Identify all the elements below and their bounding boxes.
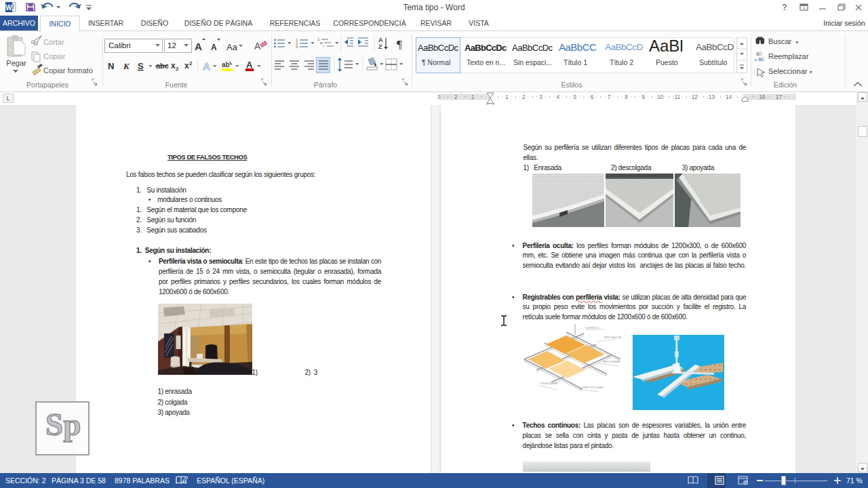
svg-text:3: 3 bbox=[437, 94, 441, 100]
svg-text:2: 2 bbox=[522, 94, 526, 100]
svg-text:13: 13 bbox=[709, 94, 715, 100]
svg-text:12: 12 bbox=[692, 94, 698, 100]
svg-text:1: 1 bbox=[505, 94, 509, 100]
svg-text:SUSPENSION: SUSPENSION bbox=[585, 327, 599, 329]
svg-text:11: 11 bbox=[675, 94, 681, 100]
svg-text:6: 6 bbox=[591, 94, 594, 100]
svg-text:17: 17 bbox=[776, 94, 783, 100]
svg-text:14: 14 bbox=[726, 94, 732, 100]
svg-text:5: 5 bbox=[574, 94, 577, 100]
svg-text:PERFIL SECUNDARIO: PERFIL SECUNDARIO bbox=[583, 386, 604, 389]
svg-text:PLACA MODULAR: PLACA MODULAR bbox=[540, 382, 558, 385]
svg-text:3: 3 bbox=[539, 94, 542, 100]
svg-text:7: 7 bbox=[608, 94, 611, 100]
svg-text:W: W bbox=[5, 4, 12, 12]
svg-text:2: 2 bbox=[454, 94, 458, 100]
svg-text:?: ? bbox=[782, 3, 787, 12]
svg-text:10: 10 bbox=[657, 94, 664, 100]
svg-text:4: 4 bbox=[556, 94, 559, 100]
svg-text:PERFIL PRIMARIO: PERFIL PRIMARIO bbox=[603, 361, 621, 363]
svg-text:8: 8 bbox=[625, 94, 628, 100]
svg-text:1: 1 bbox=[471, 94, 475, 100]
svg-text:PERFIL ANGULAR: PERFIL ANGULAR bbox=[604, 336, 622, 339]
svg-text:9: 9 bbox=[642, 94, 645, 100]
svg-text:16: 16 bbox=[759, 94, 766, 100]
